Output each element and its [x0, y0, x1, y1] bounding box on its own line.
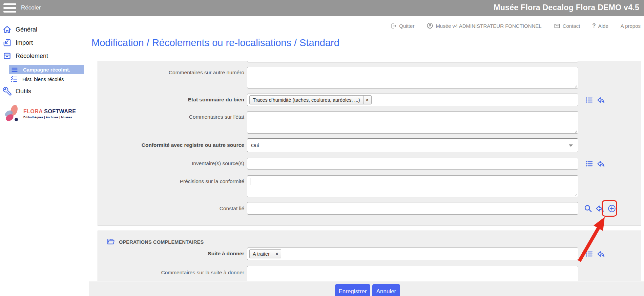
logo-brand-text: FLORA SOFTWARE	[23, 108, 76, 115]
sidebar-item-label: Campagne récolmt.	[23, 67, 70, 73]
wrench-icon	[3, 87, 12, 96]
logout-icon	[390, 23, 397, 29]
constat-lie-input[interactable]	[247, 202, 578, 215]
home-icon	[3, 25, 12, 34]
app-title: Musée Flora Decalog Flora DEMO v4.5	[494, 3, 639, 12]
field-label: Conformité avec registre ou autre source	[98, 142, 244, 148]
utility-bar: Quitter Musée v4 ADMINISTRATEUR FONCTION…	[390, 22, 641, 29]
menu-icon[interactable]	[3, 3, 17, 13]
field-label: Etat sommaire du bien	[98, 97, 244, 103]
cancel-button[interactable]: Annuler	[372, 284, 400, 296]
sidebar-item-hist-biens-recoles[interactable]: Hist. biens récolés	[10, 75, 64, 83]
list-lines-icon	[11, 66, 18, 74]
remove-tag-button[interactable]: ×	[363, 96, 371, 104]
sidebar-item-label: Outils	[16, 88, 31, 95]
folder-icon	[107, 238, 115, 246]
save-button[interactable]: Enregistrer	[335, 284, 370, 296]
selected-value-tag: A traiter ×	[249, 249, 281, 258]
import-icon	[3, 38, 12, 47]
field-label: Commentaires sur autre numéro	[98, 70, 244, 76]
sidebar-item-label: Hist. biens récolés	[22, 76, 64, 82]
value-list-icon[interactable]	[585, 96, 593, 104]
suite-a-donner-input[interactable]: A traiter ×	[247, 248, 578, 260]
form-panel-operations: OPERATIONS COMPLEMENTAIRES Suite à donne…	[98, 231, 641, 281]
undo-icon[interactable]	[597, 250, 605, 258]
help-link[interactable]: ? Aide	[592, 22, 608, 29]
value-list-icon[interactable]	[585, 250, 593, 258]
form-panel-recolement: Commentaires sur autre numéro Etat somma…	[98, 61, 641, 226]
undo-icon[interactable]	[597, 160, 605, 168]
about-link[interactable]: A propos	[621, 23, 641, 29]
sidebar-item-general[interactable]: Général	[3, 25, 37, 34]
sidebar: Général Import Récolement Campagne récol…	[0, 16, 84, 296]
current-user[interactable]: Musée v4 ADMINISTRATEUR FONCTIONNEL	[427, 22, 541, 29]
sidebar-item-campagne-recolement[interactable]: Campagne récolmt.	[9, 65, 84, 74]
partial-input[interactable]	[247, 61, 578, 62]
checklist-icon	[10, 75, 18, 83]
contact-link[interactable]: Contact	[554, 23, 580, 29]
remove-tag-button[interactable]: ×	[273, 250, 281, 258]
archive-box-icon	[3, 52, 12, 60]
page-title: Modification / Récolements ou re-localis…	[91, 37, 339, 48]
section-title: OPERATIONS COMPLEMENTAIRES	[119, 239, 204, 245]
conformite-select[interactable]: Oui	[247, 138, 578, 152]
commentaires-etat-textarea[interactable]	[247, 111, 578, 134]
logo-tagline: Bibliothèques | Archives | Musées	[23, 116, 76, 119]
field-label: Commentaires sur l'état	[98, 114, 244, 120]
undo-icon[interactable]	[596, 204, 604, 213]
dropdown-caret-icon	[569, 144, 573, 147]
field-label: Constat lié	[98, 205, 244, 212]
sidebar-item-outils[interactable]: Outils	[3, 87, 31, 96]
quit-link[interactable]: Quitter	[390, 23, 414, 29]
sidebar-item-label: Récolement	[16, 53, 48, 60]
field-label: Commentaires sur la suite à donner	[98, 270, 244, 276]
add-icon[interactable]	[607, 204, 616, 213]
etat-sommaire-input[interactable]: Traces d'humidité (taches, coulures, aur…	[247, 94, 578, 106]
text-cursor	[250, 178, 250, 185]
commentaires-autre-numero-textarea[interactable]	[247, 67, 578, 88]
flora-software-logo: FLORA SOFTWARE Bibliothèques | Archives …	[4, 104, 76, 123]
sidebar-item-recolement[interactable]: Récolement	[3, 52, 48, 60]
resize-handle[interactable]	[574, 193, 577, 196]
field-label: Suite à donner	[98, 251, 244, 257]
module-label: Récoler	[21, 4, 41, 11]
commentaires-suite-textarea[interactable]	[247, 266, 578, 281]
mail-icon	[554, 23, 560, 29]
sidebar-item-label: Général	[16, 26, 37, 33]
field-label: Précisions sur la conformité	[98, 178, 244, 184]
top-bar: Récoler Musée Flora Decalog Flora DEMO v…	[0, 0, 644, 16]
undo-icon[interactable]	[597, 96, 605, 104]
user-icon	[427, 22, 433, 29]
resize-handle[interactable]	[574, 84, 577, 87]
sidebar-item-import[interactable]: Import	[3, 38, 33, 47]
precisions-conformite-textarea[interactable]	[247, 175, 578, 197]
butterfly-logo-icon	[4, 104, 20, 123]
search-icon[interactable]	[584, 204, 593, 213]
app-window: Récoler Musée Flora Decalog Flora DEMO v…	[0, 0, 644, 296]
value-list-icon[interactable]	[585, 160, 593, 168]
inventaires-sources-input[interactable]	[247, 158, 578, 170]
selected-value-tag: Traces d'humidité (taches, coulures, aur…	[249, 95, 372, 104]
select-value: Oui	[251, 142, 259, 148]
sidebar-item-label: Import	[16, 39, 33, 46]
field-label: Inventaire(s) source(s)	[98, 160, 244, 166]
question-icon: ?	[592, 22, 596, 29]
resize-handle[interactable]	[574, 129, 577, 133]
